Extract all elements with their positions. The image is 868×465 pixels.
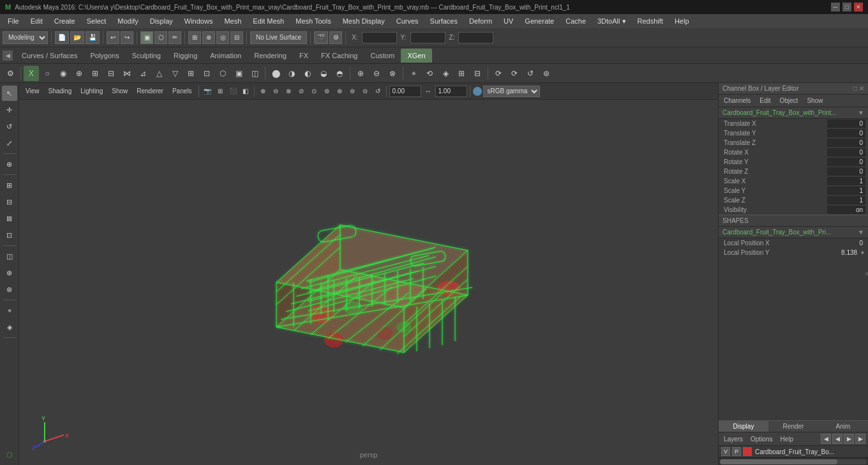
menu-curves[interactable]: Curves [391, 16, 424, 26]
new-file-button[interactable]: 📄 [55, 31, 69, 44]
disp-tab-render[interactable]: Render [768, 421, 818, 432]
disp-tab-display[interactable]: Display [719, 421, 768, 432]
tab-fx[interactable]: FX [293, 49, 315, 63]
viewport[interactable]: View Shading Lighting Show Renderer Pane… [19, 83, 718, 465]
vp-icon-a[interactable]: ⊕ [257, 86, 269, 97]
xgen-icon-1[interactable]: X [24, 66, 39, 81]
disp-tab-anim[interactable]: Anim [818, 421, 868, 432]
panel-expand-button[interactable]: □ [853, 85, 857, 92]
maximize-button[interactable]: □ [842, 3, 851, 11]
scale-y-value[interactable] [827, 187, 865, 195]
menu-mesh-display[interactable]: Mesh Display [338, 16, 390, 26]
menu-uv[interactable]: UV [498, 16, 518, 26]
vp-icon-b[interactable]: ⊖ [270, 86, 281, 97]
value1-field[interactable] [389, 86, 421, 97]
layer-color-swatch[interactable] [743, 447, 752, 456]
vp-icon-j[interactable]: ↺ [372, 86, 384, 97]
ch-tab-channels[interactable]: Channels [721, 96, 753, 105]
x-coord-field[interactable] [362, 32, 397, 43]
value2-field[interactable] [435, 86, 467, 97]
ch-tab-edit[interactable]: Edit [757, 96, 773, 105]
menu-edit-mesh[interactable]: Edit Mesh [248, 16, 289, 26]
lt-icon-8[interactable]: ⊠ [2, 211, 17, 226]
xgen-icon-9[interactable]: △ [151, 66, 167, 81]
menu-modify[interactable]: Modify [112, 16, 143, 26]
xgen-icon-22[interactable]: ⊖ [369, 66, 384, 81]
lt-icon-11[interactable]: ⊕ [2, 265, 17, 280]
settings-icon-button[interactable]: ⚙ [3, 66, 18, 81]
xgen-icon-4[interactable]: ⊕ [71, 66, 87, 81]
no-live-surface-button[interactable]: No Live Surface [250, 31, 307, 44]
xgen-icon-29[interactable]: ⟳ [491, 66, 506, 81]
menu-mesh[interactable]: Mesh [219, 16, 246, 26]
tab-xgen[interactable]: XGen [401, 49, 431, 63]
menu-display[interactable]: Display [145, 16, 178, 26]
vp-icon-e[interactable]: ⊙ [308, 86, 320, 97]
move-tool-button[interactable]: ✛ [2, 102, 17, 118]
xgen-icon-15[interactable]: ◫ [247, 66, 262, 81]
layer-next-button[interactable]: ▶ [844, 434, 854, 444]
gamma-dropdown[interactable]: sRGB gamma [483, 86, 540, 97]
tab-rendering[interactable]: Rendering [248, 49, 293, 63]
undo-button[interactable]: ↩ [107, 31, 119, 44]
redo-button[interactable]: ↪ [121, 31, 133, 44]
z-coord-field[interactable] [458, 32, 493, 43]
vp-menu-panels[interactable]: Panels [168, 86, 196, 96]
xgen-icon-21[interactable]: ⊕ [353, 66, 368, 81]
vp-camera-icon[interactable]: 📷 [202, 86, 213, 97]
layer-v-button[interactable]: V [721, 447, 730, 456]
menu-select[interactable]: Select [82, 16, 112, 26]
snap-curve-button[interactable]: ⊕ [202, 31, 215, 44]
menu-surfaces[interactable]: Surfaces [425, 16, 463, 26]
menu-cache[interactable]: Cache [560, 16, 591, 26]
paint-select-button[interactable]: ✏ [168, 31, 181, 44]
save-file-button[interactable]: 💾 [86, 31, 100, 44]
snap-grid-button[interactable]: ⊞ [188, 31, 201, 44]
menu-mesh-tools[interactable]: Mesh Tools [290, 16, 336, 26]
xgen-icon-3[interactable]: ◉ [56, 66, 71, 81]
shapes-expand-arrow[interactable]: ▼ [858, 229, 864, 236]
menu-create[interactable]: Create [49, 16, 80, 26]
tab-animation[interactable]: Animation [204, 49, 248, 63]
rotate-tool-button[interactable]: ↺ [2, 119, 17, 134]
lt-icon-7[interactable]: ⊟ [2, 194, 17, 210]
xgen-icon-18[interactable]: ◐ [300, 66, 315, 81]
scale-tool-button[interactable]: ⤢ [2, 135, 17, 151]
xgen-icon-10[interactable]: ▽ [167, 66, 183, 81]
rotate-z-value[interactable] [827, 167, 865, 176]
xgen-icon-19[interactable]: ◒ [316, 66, 331, 81]
menu-file[interactable]: File [3, 16, 24, 26]
layer-tab-options[interactable]: Options [748, 434, 775, 444]
select-mode-button[interactable]: ▣ [140, 31, 153, 44]
collapse-button[interactable]: ◀ [3, 50, 13, 61]
vp-menu-lighting[interactable]: Lighting [77, 86, 107, 96]
minimize-button[interactable]: ─ [831, 3, 840, 11]
translate-y-value[interactable] [827, 129, 865, 137]
translate-z-value[interactable] [827, 139, 865, 147]
layer-next2-button[interactable]: ▶ [855, 434, 865, 444]
select-tool-button[interactable]: ↖ [2, 86, 17, 101]
lt-icon-10[interactable]: ◫ [2, 248, 17, 264]
canvas-area[interactable]: persp X Y Z [19, 100, 718, 465]
render-button[interactable]: 🎬 [314, 31, 328, 44]
xgen-icon-20[interactable]: ◓ [332, 66, 347, 81]
layer-p-button[interactable]: P [732, 447, 741, 456]
menu-deform[interactable]: Deform [464, 16, 497, 26]
xgen-icon-23[interactable]: ⊗ [385, 66, 400, 81]
lasso-button[interactable]: ⬡ [154, 31, 167, 44]
translate-x-value[interactable] [827, 119, 865, 128]
xgen-icon-30[interactable]: ⟳ [507, 66, 522, 81]
lt-icon-13[interactable]: ⌖ [2, 303, 17, 318]
xgen-icon-14[interactable]: ▣ [231, 66, 246, 81]
expand-arrow[interactable]: ▼ [858, 109, 864, 116]
xgen-icon-13[interactable]: ⬡ [215, 66, 230, 81]
tab-fx-caching[interactable]: FX Caching [315, 49, 364, 63]
menu-edit[interactable]: Edit [26, 16, 48, 26]
xgen-icon-8[interactable]: ⊿ [135, 66, 151, 81]
right-panel-scrollbar[interactable] [719, 457, 868, 465]
snap-surface-button[interactable]: ⊟ [230, 31, 243, 44]
xgen-icon-2[interactable]: ○ [40, 66, 55, 81]
xgen-icon-24[interactable]: ⌖ [406, 66, 421, 81]
xgen-icon-11[interactable]: ⊞ [183, 66, 198, 81]
vp-icon-k[interactable]: ↔ [423, 86, 434, 97]
